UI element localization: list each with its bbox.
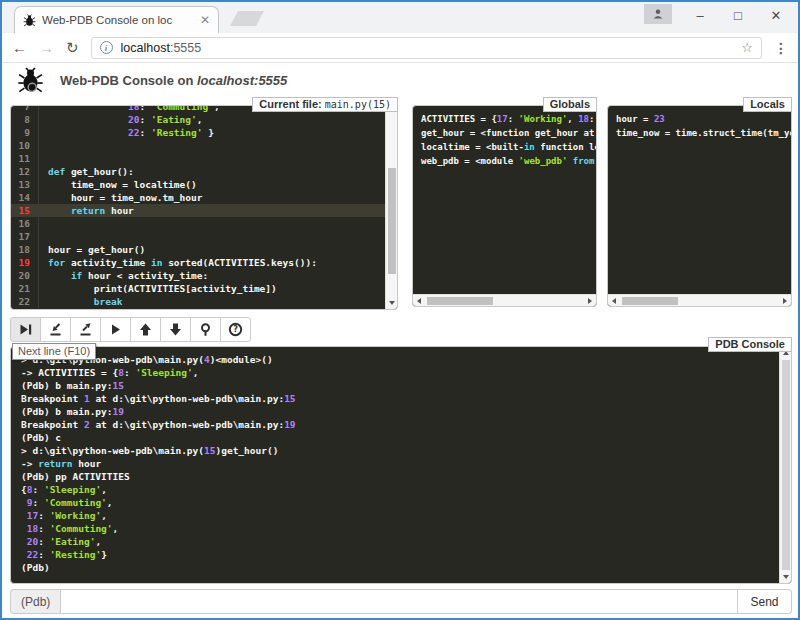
info-icon[interactable]: i: [100, 41, 113, 54]
globals-scrollbar-thumb[interactable]: [427, 297, 493, 305]
help-button[interactable]: ?: [220, 317, 251, 342]
console-scrollbar-thumb[interactable]: [782, 360, 790, 570]
console-line: (Pdb) c: [21, 431, 769, 444]
code-line: 16: [11, 217, 385, 230]
scroll-right-icon[interactable]: [588, 298, 592, 304]
code-line: 22 break: [11, 295, 385, 308]
locals-panel: hour = 23time_now = time.struct_time(tm_…: [607, 105, 792, 307]
line-number: 10: [11, 139, 39, 152]
line-number: 18: [11, 243, 39, 256]
scroll-right-icon[interactable]: [783, 298, 787, 304]
locals-area: hour = 23time_now = time.struct_time(tm_…: [608, 106, 791, 294]
browser-tab-strip: Web-PDB Console on loc ✕ – □ ✕: [2, 2, 798, 33]
locals-line: hour = 23: [616, 112, 783, 126]
help-icon: ?: [228, 322, 243, 337]
tooltip: Next line (F10): [12, 343, 96, 360]
code-line: 21 print(ACTIVITIES[activity_time]): [11, 282, 385, 295]
continue-icon: [108, 322, 123, 337]
line-number: 15: [11, 204, 39, 217]
page-header: Web-PDB Console on localhost:5555: [2, 63, 798, 98]
code-line: 9 22: 'Resting' }: [11, 126, 385, 139]
browser-toolbar: ← → ↻ i localhost:5555 ☆ ⋮: [2, 33, 798, 63]
minimize-button[interactable]: –: [686, 2, 714, 28]
code-line: 14 hour = time_now.tm_hour: [11, 191, 385, 204]
step-into-button[interactable]: [40, 317, 71, 342]
person-icon: [652, 8, 664, 20]
console-line: 18: 'Commuting',: [21, 522, 769, 535]
scroll-left-icon[interactable]: [612, 298, 616, 304]
console-line: Breakpoint 2 at d:\git\python-web-pdb\ma…: [21, 418, 769, 431]
line-number: 9: [11, 126, 39, 139]
bookmark-star-icon[interactable]: ☆: [741, 40, 753, 55]
globals-scrollbar[interactable]: [413, 294, 596, 306]
bug-logo-icon: [17, 67, 44, 94]
code-line: 11: [11, 152, 385, 165]
locals-scrollbar-thumb[interactable]: [622, 297, 678, 305]
line-number: 11: [11, 152, 39, 165]
code-area: 7 18: 'Commuting',8 20: 'Eating',9 22: '…: [11, 105, 385, 308]
line-number: 20: [11, 269, 39, 282]
line-number: 16: [11, 217, 39, 230]
browser-tab[interactable]: Web-PDB Console on loc ✕: [14, 6, 219, 33]
code-line: 18hour = get_hour(): [11, 243, 385, 256]
forward-icon[interactable]: →: [39, 40, 54, 55]
profile-button[interactable]: [644, 4, 672, 24]
console-scrollbar[interactable]: [779, 347, 791, 583]
code-line: 15 return hour: [11, 204, 385, 217]
maximize-button[interactable]: □: [724, 2, 752, 28]
current-file-label: Current file: main.py(15): [252, 97, 398, 112]
locals-line: time_now = time.struct_time(tm_year=2017…: [616, 126, 783, 140]
pdb-command-input[interactable]: [60, 589, 738, 614]
new-tab-button[interactable]: [230, 11, 264, 26]
console-line: Breakpoint 1 at d:\git\python-web-pdb\ma…: [21, 392, 769, 405]
globals-line: web_pdb = <module 'web_pdb' from 'd:\git…: [421, 154, 588, 168]
line-number: 21: [11, 282, 39, 295]
where-icon: [198, 322, 213, 337]
line-number: 8: [11, 113, 39, 126]
console-line: -> ACTIVITIES = {8: 'Sleeping',: [21, 366, 769, 379]
code-line: 8 20: 'Eating',: [11, 113, 385, 126]
back-icon[interactable]: ←: [12, 40, 27, 55]
line-number: 13: [11, 178, 39, 191]
code-line: 19for activity_time in sorted(ACTIVITIES…: [11, 256, 385, 269]
editor-scrollbar[interactable]: [385, 106, 397, 309]
scroll-down-icon[interactable]: [783, 575, 789, 579]
code-line: 13 time_now = localtime(): [11, 178, 385, 191]
editor-scrollbar-thumb[interactable]: [388, 168, 396, 274]
locals-scrollbar[interactable]: [608, 294, 791, 306]
step-into-icon: [48, 322, 63, 337]
line-number: 7: [11, 105, 39, 113]
console-line: 9: 'Commuting',: [21, 496, 769, 509]
console-line: 17: 'Working',: [21, 509, 769, 522]
pdb-prompt-prefix: (Pdb): [10, 589, 60, 614]
browser-menu-icon[interactable]: ⋮: [774, 40, 788, 56]
continue-button[interactable]: [100, 317, 131, 342]
scroll-left-icon[interactable]: [417, 298, 421, 304]
line-number: 22: [11, 295, 39, 308]
bug-favicon-icon: [23, 14, 36, 27]
next-line-button[interactable]: [10, 317, 41, 342]
globals-area: ACTIVITIES = {17: 'Working', 18: 'Commut…: [413, 106, 596, 294]
move-down-button[interactable]: [160, 317, 191, 342]
console-line: (Pdb): [21, 561, 769, 574]
send-button[interactable]: Send: [738, 589, 792, 614]
scroll-down-icon[interactable]: [389, 301, 395, 305]
locals-label: Locals: [743, 97, 792, 112]
reload-icon[interactable]: ↻: [66, 40, 79, 55]
code-editor-panel: 7 18: 'Commuting',8 20: 'Eating',9 22: '…: [10, 105, 398, 310]
move-up-button[interactable]: [130, 317, 161, 342]
code-line: 20 if hour < activity_time:: [11, 269, 385, 282]
where-button[interactable]: [190, 317, 221, 342]
console-line: (Pdb) b main.py:19: [21, 405, 769, 418]
console-line: > d:\git\python-web-pdb\main.py(15)get_h…: [21, 444, 769, 457]
line-number: 12: [11, 165, 39, 178]
code-line: 17: [11, 230, 385, 243]
globals-label: Globals: [543, 97, 597, 112]
close-button[interactable]: ✕: [762, 2, 790, 28]
line-number: 14: [11, 191, 39, 204]
globals-line: localtime = <built-in function localtime…: [421, 140, 588, 154]
line-number: 17: [11, 230, 39, 243]
address-bar[interactable]: i localhost:5555 ☆: [91, 37, 762, 59]
step-out-button[interactable]: [70, 317, 101, 342]
tab-close-icon[interactable]: ✕: [200, 14, 210, 26]
